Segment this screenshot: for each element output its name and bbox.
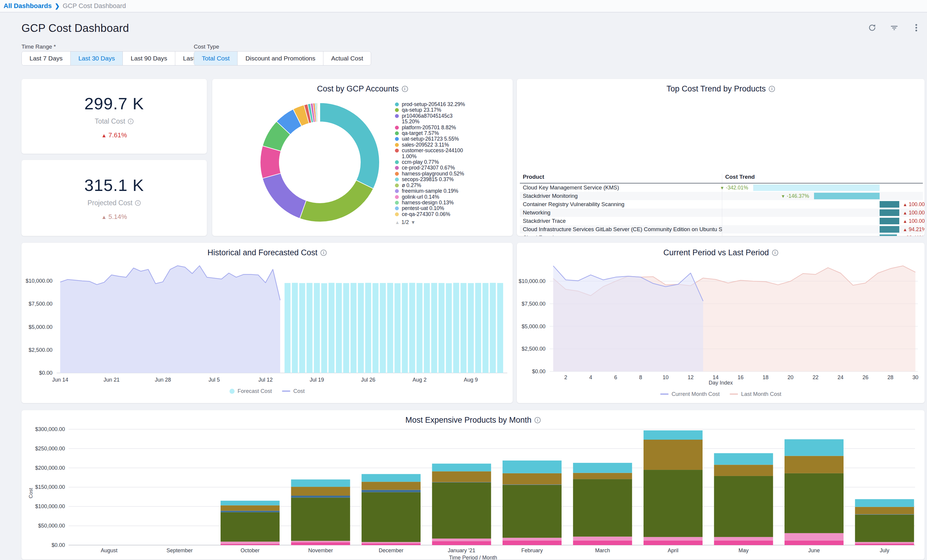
bar-segment-series-pink-november[interactable] — [291, 542, 350, 545]
bar-segment-series-dark-green-february[interactable] — [503, 485, 562, 538]
donut-legend-item[interactable]: ce-qa-274307 0.06% — [395, 211, 495, 217]
donut-slice-qa-setup[interactable] — [300, 180, 374, 222]
bar-segment-series-pink-february[interactable] — [503, 540, 562, 545]
bar-segment-series-cyan-april[interactable] — [644, 430, 702, 440]
bar-segment-series-light-pink-july[interactable] — [855, 542, 914, 543]
donut-legend-item[interactable]: customer-success-244100 1.00% — [395, 148, 495, 159]
donut-legend-item[interactable]: ccm-play 0.77% — [395, 159, 495, 165]
bar-segment-series-brown-january-21[interactable] — [432, 471, 491, 482]
bar-segment-series-cyan-june[interactable] — [784, 439, 843, 456]
bar-segment-series-brown-april[interactable] — [644, 440, 702, 470]
cost-type-option-discount-and-promotions[interactable]: Discount and Promotions — [237, 52, 324, 65]
bar-segment-series-cyan-march[interactable] — [573, 463, 632, 473]
refresh-button[interactable] — [867, 23, 877, 33]
time-range-option-last-7-days[interactable]: Last 7 Days — [22, 52, 71, 65]
bar-segment-series-brown-june[interactable] — [784, 456, 843, 473]
bar-segment-series-dark-green-january-21[interactable] — [432, 483, 491, 539]
bar-segment-series-dark-green-december[interactable] — [362, 492, 421, 542]
bar-segment-series-dark-green-november[interactable] — [291, 498, 350, 541]
bar-segment-series-pink-may[interactable] — [714, 540, 773, 545]
bar-segment-series-dark-green-october[interactable] — [220, 512, 280, 542]
donut-legend-item[interactable]: pr10406a87045145c3 15.20% — [395, 113, 495, 125]
bar-segment-series-dark-green-june[interactable] — [784, 473, 843, 533]
donut-legend-item[interactable]: golink-url 0.14% — [395, 194, 495, 200]
bar-segment-series-blue-october[interactable] — [220, 511, 280, 512]
bar-segment-series-pink-december[interactable] — [362, 543, 421, 545]
bar-segment-series-dark-green-july[interactable] — [855, 515, 914, 542]
donut-legend-item[interactable]: pentest-uat 0.10% — [395, 205, 495, 211]
donut-slice-pr10406a87045145c3[interactable] — [262, 173, 306, 219]
bar-segment-series-light-pink-october[interactable] — [220, 542, 280, 544]
bar-segment-series-brown-december[interactable] — [362, 482, 421, 490]
bar-segment-series-light-pink-june[interactable] — [784, 533, 843, 541]
bar-segment-series-blue-november[interactable] — [291, 496, 350, 498]
bar-segment-series-blue-january-21[interactable] — [432, 482, 491, 483]
donut-legend-item[interactable]: ce-prod-274307 0.67% — [395, 165, 495, 171]
donut-legend-item[interactable]: uat-setup-261723 5.55% — [395, 136, 495, 142]
bar-segment-series-cyan-january-21[interactable] — [432, 463, 491, 471]
time-range-option-last-90-days[interactable]: Last 90 Days — [123, 52, 175, 65]
bar-segment-series-light-pink-november[interactable] — [291, 541, 350, 542]
donut-legend-item[interactable]: prod-setup-205416 32.29% — [395, 102, 495, 107]
bar-segment-series-light-pink-march[interactable] — [573, 536, 632, 540]
donut-legend-item[interactable]: harness-design 0.13% — [395, 200, 495, 205]
bar-segment-series-cyan-february[interactable] — [503, 460, 562, 473]
donut-legend-item[interactable]: qa-setup 23.17% — [395, 107, 495, 113]
breadcrumb-all-dashboards-link[interactable]: All Dashboards — [4, 2, 52, 10]
column-header-product[interactable]: Product — [520, 174, 722, 183]
legend-item-forecast-cost[interactable]: Forecast Cost — [229, 388, 272, 395]
bar-segment-series-pink-january-21[interactable] — [432, 541, 491, 545]
cost-type-option-total-cost[interactable]: Total Cost — [194, 52, 237, 65]
bar-segment-series-pink-april[interactable] — [644, 540, 702, 545]
more-options-button[interactable] — [911, 23, 922, 33]
bar-segment-series-light-pink-april[interactable] — [644, 537, 702, 541]
info-icon[interactable]: i — [402, 86, 408, 92]
bar-segment-series-light-pink-february[interactable] — [503, 538, 562, 540]
filter-button[interactable] — [889, 23, 900, 33]
donut-legend-item[interactable]: freemium-sample 0.19% — [395, 188, 495, 194]
donut-legend-item[interactable]: ø 0.27% — [395, 183, 495, 188]
bar-segment-series-light-pink-december[interactable] — [362, 542, 421, 543]
bar-segment-series-pink-march[interactable] — [573, 540, 632, 545]
bar-segment-series-dark-green-april[interactable] — [644, 470, 702, 537]
bar-segment-series-pink-june[interactable] — [784, 540, 843, 545]
bar-segment-series-blue-february[interactable] — [503, 484, 562, 485]
bar-segment-series-cyan-november[interactable] — [291, 480, 350, 487]
cost-type-option-actual-cost[interactable]: Actual Cost — [324, 52, 371, 65]
donut-slice-platform-205701[interactable] — [260, 146, 281, 178]
donut-legend-item[interactable]: sales-209522 3.11% — [395, 142, 495, 148]
info-icon[interactable]: i — [128, 118, 134, 124]
bar-segment-series-blue-december[interactable] — [362, 490, 421, 492]
donut-legend-item[interactable]: platform-205701 8.82% — [395, 125, 495, 131]
bar-segment-series-brown-july[interactable] — [855, 507, 914, 514]
bar-segment-series-brown-november[interactable] — [291, 487, 350, 496]
legend-item-cost[interactable]: Cost — [282, 388, 305, 395]
bar-segment-series-pink-october[interactable] — [220, 544, 280, 545]
column-header-cost-trend[interactable]: Cost Trend — [722, 174, 923, 183]
time-range-option-last-30-days[interactable]: Last 30 Days — [71, 52, 123, 65]
legend-item-current-month-cost[interactable]: Current Month Cost — [660, 391, 720, 398]
donut-legend-item[interactable]: secops-239815 0.37% — [395, 177, 495, 182]
bar-segment-series-cyan-july[interactable] — [855, 499, 914, 507]
donut-slice-prod-setup-205416[interactable] — [320, 103, 380, 188]
pager-down-icon[interactable]: ▼ — [411, 220, 415, 225]
bar-segment-series-cyan-october[interactable] — [220, 501, 280, 505]
pager-up-icon[interactable]: ▲ — [395, 220, 400, 225]
bar-segment-series-blue-july[interactable] — [855, 514, 914, 514]
info-icon[interactable]: i — [135, 200, 141, 206]
legend-item-last-month-cost[interactable]: Last Month Cost — [730, 391, 781, 398]
bar-segment-series-light-pink-january-21[interactable] — [432, 539, 491, 541]
bar-segment-series-cyan-may[interactable] — [714, 453, 773, 465]
bar-segment-series-dark-green-march[interactable] — [573, 479, 632, 536]
bar-segment-series-brown-february[interactable] — [503, 473, 562, 485]
info-icon[interactable]: i — [769, 86, 775, 92]
bar-segment-series-dark-green-may[interactable] — [714, 476, 773, 537]
bar-segment-series-brown-march[interactable] — [573, 473, 632, 479]
bar-segment-series-pink-july[interactable] — [855, 543, 914, 545]
bar-segment-series-brown-october[interactable] — [220, 505, 280, 511]
donut-legend-item[interactable]: harness-playground 0.52% — [395, 171, 495, 177]
bar-segment-series-light-pink-may[interactable] — [714, 537, 773, 541]
bar-segment-series-cyan-december[interactable] — [362, 474, 421, 482]
bar-segment-series-brown-may[interactable] — [714, 465, 773, 476]
donut-legend-item[interactable]: qa-target 7.57% — [395, 131, 495, 136]
